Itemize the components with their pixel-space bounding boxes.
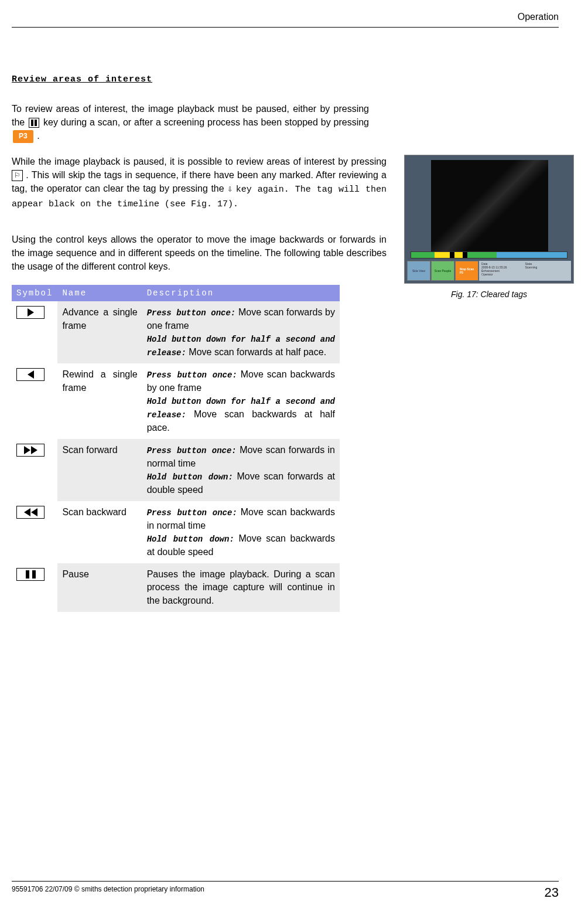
page-number: 23 [545,885,559,900]
para1-text-c: . [37,131,39,141]
pause-symbol-icon [16,568,45,581]
row-name: Rewind a single frame [57,363,142,439]
col-name: Name [57,285,142,301]
page-footer: 95591706 22/07/09 © smiths detection pro… [12,881,559,900]
row-name: Scan forward [57,439,142,501]
table-row: Pause Pauses the image playback. During … [12,563,340,612]
table-row: Scan forward Press button once: Move sca… [12,439,340,501]
paragraph-3: Using the control keys allows the operat… [12,233,387,274]
scan-backward-icon [16,506,45,519]
advance-frame-icon [16,306,45,319]
para1-text-b: key during a scan, or after a screening … [43,117,369,127]
rewind-frame-icon [16,368,45,381]
col-symbol: Symbol [12,285,57,301]
figure-image: Side View Scan People Stop Scan P3 Date … [404,155,574,284]
left-column: To review areas of interest, the image p… [12,102,387,612]
paragraph-2: While the image playback is paused, it i… [12,155,387,211]
row-desc: Press button once: Move scan forwards by… [142,301,340,363]
pause-icon [29,118,39,128]
col-description: Description [142,285,340,301]
table-row: Scan backward Press button once: Move sc… [12,501,340,563]
status-row: Side View Scan People Stop Scan P3 Date … [407,261,571,281]
row-name: Scan backward [57,501,142,563]
section-title: Review areas of interest [12,74,559,84]
row-desc: Press button once: Move scan forwards in… [142,439,340,501]
footer-left: 95591706 22/07/09 © smiths detection pro… [12,885,204,900]
scan-image-area [431,160,548,254]
row-desc: Pauses the image playback. During a scan… [142,563,340,612]
table-row: Advance a single frame Press button once… [12,301,340,363]
stop-scan-button: Stop Scan P3 [455,261,478,281]
header-section: Operation [12,12,559,28]
side-view-button: Side View [407,261,430,281]
p3-button-icon: P3 [13,130,33,142]
scan-forward-icon [16,444,45,457]
scan-people-button: Scan People [431,261,454,281]
paragraph-1: To review areas of interest, the image p… [12,102,369,143]
row-name: Advance a single frame [57,301,142,363]
control-keys-table: Symbol Name Description Advance a single… [12,285,340,612]
section-label: Operation [518,12,559,22]
row-name: Pause [57,563,142,612]
timeline-bar [411,251,568,258]
row-desc: Press button once: Move scan backwards b… [142,363,340,439]
flag-icon: ⚐ [12,170,23,181]
content-area: To review areas of interest, the image p… [12,102,559,612]
table-row: Rewind a single frame Press button once:… [12,363,340,439]
para2-text-a: While the image playback is paused, it i… [12,156,387,166]
status-info: Date 2008-8-15 11:55:26 Enhancement Oper… [479,261,571,281]
row-desc: Press button once: Move scan backwards i… [142,501,340,563]
figure-caption: Fig. 17: Cleared tags [404,290,574,299]
down-arrow-icon: ⇩ [227,185,233,195]
figure-17: Side View Scan People Stop Scan P3 Date … [404,155,574,299]
right-column: Side View Scan People Stop Scan P3 Date … [404,102,574,612]
